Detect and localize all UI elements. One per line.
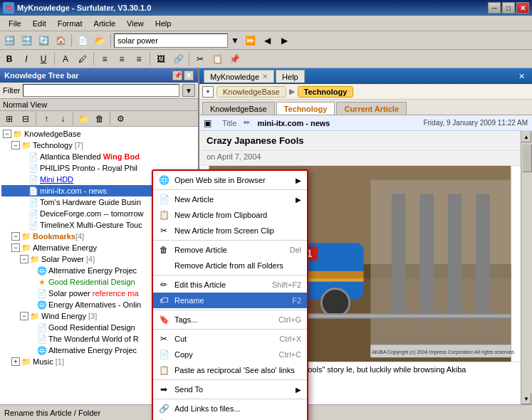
tab-technology-art[interactable]: Technology: [276, 102, 335, 115]
ctx-add-links[interactable]: 🔗 Add Links to files...: [153, 401, 307, 416]
tree-item-atlantica[interactable]: 📄 Atlantica Blended Wing Bod: [1, 151, 197, 162]
italic-button[interactable]: I: [19, 52, 34, 66]
expander-solarpower[interactable]: −: [20, 255, 28, 263]
expander-music[interactable]: +: [11, 357, 20, 366]
expander-knowledgebase[interactable]: −: [3, 130, 11, 138]
tab-current-article[interactable]: Current Article: [336, 102, 407, 115]
expander-altenergy[interactable]: −: [11, 243, 20, 252]
forward-button[interactable]: 🔜: [19, 33, 34, 48]
tree-down-button[interactable]: ↓: [55, 112, 71, 126]
minimize-button[interactable]: ─: [488, 2, 501, 14]
underline-button[interactable]: U: [36, 52, 51, 66]
tree-item-knowledgebase[interactable]: − 📁 KnowledgeBase: [1, 128, 197, 140]
scrollbar-up-button[interactable]: ▲: [521, 131, 531, 142]
expander-windenergy[interactable]: −: [20, 312, 28, 320]
ctx-remove-all-folders[interactable]: Remove Article from all Folders: [153, 258, 307, 273]
scrollbar-down-button[interactable]: ▼: [521, 393, 531, 404]
bold-button[interactable]: B: [1, 52, 17, 66]
expander-bookmarks[interactable]: −: [11, 232, 20, 241]
font-color-button[interactable]: A: [58, 52, 73, 66]
tab-myknowledge-close[interactable]: ✕: [262, 73, 268, 80]
search-button[interactable]: ▼: [229, 33, 241, 48]
tree-collapse-all-button[interactable]: ⊟: [18, 112, 33, 126]
ctx-rename[interactable]: 🏷 Rename F2: [153, 293, 307, 308]
menu-help[interactable]: Help: [150, 18, 177, 29]
breadcrumb-knowledgebase[interactable]: KnowledgeBase: [217, 86, 286, 98]
folder-icon-altenergy: 📁: [21, 243, 31, 253]
tree-item-technology[interactable]: − 📁 Technology [7]: [1, 140, 197, 151]
align-left-button[interactable]: ≡: [97, 52, 113, 66]
panel-header: Knowledge Tree bar 📌 ✕: [0, 68, 198, 83]
rp-scrollbar[interactable]: ▲ ▼: [521, 131, 532, 404]
expander-technology[interactable]: −: [11, 141, 20, 149]
go-button[interactable]: ⏩: [242, 33, 258, 48]
paste-toolbar[interactable]: 📌: [226, 52, 242, 66]
ctx-attach-files[interactable]: 📎 Attach Files...: [153, 416, 307, 420]
ctx-paste-see-also[interactable]: 📋 Paste as reciprocal 'See also' links: [153, 362, 307, 378]
menu-edit[interactable]: Edit: [27, 18, 52, 29]
rp-close-button[interactable]: ✕: [516, 72, 528, 81]
maximize-button[interactable]: □: [502, 2, 515, 14]
ctx-new-article[interactable]: 📄 New Article ▶: [153, 191, 307, 207]
folder-icon-technology: 📁: [21, 140, 31, 150]
open-button[interactable]: 📂: [92, 33, 108, 48]
ctx-copy[interactable]: 📄 Copy Ctrl+C: [153, 347, 307, 362]
svg-rect-6: [448, 194, 462, 320]
menu-format[interactable]: Format: [52, 18, 88, 29]
label-deviceforge: DeviceForge.com -- tomorrow: [40, 209, 143, 218]
menu-article[interactable]: Article: [88, 18, 122, 29]
panel-float-button[interactable]: 📌: [172, 70, 182, 80]
breadcrumb-technology[interactable]: Technology: [298, 86, 354, 98]
tree-up-button[interactable]: ↑: [38, 112, 54, 126]
filter-dropdown-button[interactable]: ▼: [182, 84, 195, 97]
link-button[interactable]: 🔗: [170, 52, 186, 66]
align-right-button[interactable]: ≡: [131, 52, 147, 66]
new-button[interactable]: 📄: [75, 33, 90, 48]
tree-settings-button[interactable]: ⚙: [113, 112, 128, 126]
label-goodresidential1: Good Residential Design: [48, 278, 135, 286]
ctx-send-to[interactable]: ➡ Send To ▶: [153, 382, 307, 397]
article-heading: Crazy Japanese Fools: [199, 131, 521, 151]
tree-delete-button[interactable]: 🗑: [92, 112, 108, 126]
menu-file[interactable]: File: [3, 18, 27, 29]
ctx-cut[interactable]: ✂ Cut Ctrl+X: [153, 331, 307, 347]
next-button[interactable]: ▶: [276, 33, 292, 48]
tab-knowledgebase-art[interactable]: KnowledgeBase: [202, 102, 275, 115]
ctx-sep-6: [153, 379, 307, 380]
tab-help[interactable]: Help: [276, 70, 305, 83]
insert-image-button[interactable]: 🖼: [153, 52, 169, 66]
delete-icon: 🗑: [157, 243, 170, 256]
home-button[interactable]: 🏠: [53, 33, 68, 48]
cut-toolbar[interactable]: ✂: [192, 52, 208, 66]
align-center-button[interactable]: ≡: [114, 52, 130, 66]
copy-toolbar[interactable]: 📋: [209, 52, 225, 66]
label-wonderful: The Wonderful World of R: [48, 335, 139, 343]
breadcrumb-expand-button[interactable]: +: [202, 86, 214, 98]
panel-close-button[interactable]: ✕: [184, 70, 194, 80]
tab-help-label: Help: [282, 73, 298, 81]
scrollbar-thumb[interactable]: [522, 144, 532, 172]
ctx-open-web[interactable]: 🌐 Open Web site in Browser ▶: [153, 172, 307, 188]
prev-button[interactable]: ◀: [259, 33, 275, 48]
ctx-new-from-screenclip[interactable]: ✂ New Article from Screen Clip: [153, 223, 307, 238]
ctx-edit-article[interactable]: ✏ Edit this Article Shift+F2: [153, 277, 307, 293]
view-label: Normal View: [3, 100, 47, 109]
article-collapse-button[interactable]: ▣: [204, 118, 215, 128]
star-icon: ★: [37, 277, 47, 287]
article-icon-solarref: 📄: [37, 288, 47, 298]
ctx-tags[interactable]: 🔖 Tags... Ctrl+G: [153, 312, 307, 327]
refresh-button[interactable]: 🔄: [36, 33, 51, 48]
close-button[interactable]: ✕: [516, 2, 529, 14]
tab-myknowledge[interactable]: MyKnowledge ✕: [204, 70, 274, 83]
article-edit-icon[interactable]: ✏: [244, 118, 250, 127]
highlight-button[interactable]: 🖊: [75, 52, 90, 66]
menu-view[interactable]: View: [121, 18, 150, 29]
tree-new-folder-button[interactable]: 📁: [75, 112, 91, 126]
ctx-remove-article[interactable]: 🗑 Remove Article Del: [153, 242, 307, 258]
tags-icon: 🔖: [157, 313, 170, 326]
search-input[interactable]: [114, 33, 228, 48]
ctx-new-from-clipboard[interactable]: 📋 New Article from Clipboard: [153, 207, 307, 223]
back-button[interactable]: 🔙: [1, 33, 17, 48]
filter-input[interactable]: [23, 84, 179, 97]
tree-expand-all-button[interactable]: ⊞: [1, 112, 17, 126]
